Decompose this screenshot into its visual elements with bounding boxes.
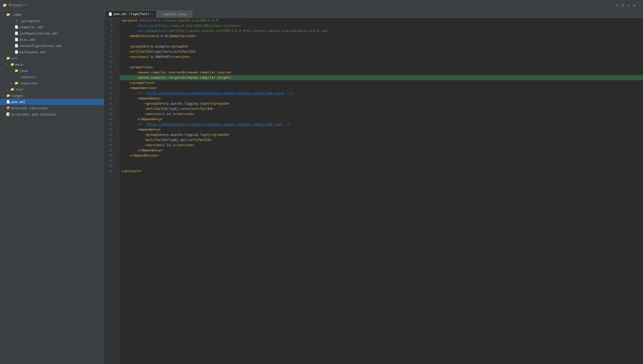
url-link[interactable]: https://mvnrepository.com/artifact/org.a… xyxy=(147,91,284,96)
xml-comment: --> xyxy=(282,122,290,127)
xml-text: 8 xyxy=(182,75,184,80)
expand-arrow: ▾ xyxy=(2,13,6,16)
sidebar-item-label: External Libraries xyxy=(11,106,48,110)
sidebar-item-label: .gitignore xyxy=(19,19,40,23)
code-line-13: <maven.compiler.target>8</maven.compiler… xyxy=(120,75,643,80)
sidebar-item-pomxml[interactable]: 📄 pom.xml xyxy=(0,99,104,105)
sidebar-item-extlibs[interactable]: ▸ 📦 External Libraries xyxy=(0,105,104,111)
tab-pomxml[interactable]: 📄 pom.xml (log4jTest) ✕ xyxy=(105,10,156,18)
sidebar-item-workspace[interactable]: 📄 workspace.xml xyxy=(0,49,104,55)
expand-arrow: ▾ xyxy=(10,69,15,72)
code-line-31: </project> xyxy=(120,168,643,174)
sidebar-item-target[interactable]: ▾ 📁 target xyxy=(0,92,104,99)
fold-icon xyxy=(114,33,120,39)
xml-text: = xyxy=(155,23,157,28)
code-area[interactable]: <project xmlns="http://maven.apache.org/… xyxy=(120,18,643,364)
tab-close-button[interactable]: ✕ xyxy=(188,13,189,16)
xml-tag: <artifactId> xyxy=(122,137,169,143)
line-number: 2 xyxy=(106,18,112,23)
sidebar-item-gitignore[interactable]: 🔸 .gitignore xyxy=(0,18,104,24)
sidebar-item-compiler-xml[interactable]: 📄 compiler.xml xyxy=(0,24,104,30)
line-number: 14 xyxy=(106,80,112,85)
xml-text: log4j-api xyxy=(169,137,186,143)
line-number: 11 xyxy=(106,65,112,70)
fold-icon xyxy=(114,39,120,44)
fold-fold-dep1[interactable]: ▾ xyxy=(114,96,120,101)
xml-text: 4.0.0 xyxy=(157,33,167,39)
gear-icon[interactable]: ⚙ xyxy=(633,3,635,7)
minus-icon[interactable]: − xyxy=(638,3,640,7)
code-line-19: <artifactId>log4j-core</artifactId> xyxy=(120,106,643,111)
line-number: 16 xyxy=(106,91,112,96)
tab-exploitjava[interactable]: ☕ exploit.java ✕ xyxy=(157,11,193,18)
line-number: 31 xyxy=(106,168,112,174)
xml-close-tag: </version> xyxy=(174,143,194,148)
sidebar-item-label: main xyxy=(15,63,23,66)
url-link[interactable]: https://mvnrepository.com/artifact/org.a… xyxy=(147,122,282,127)
sidebar-item-src[interactable]: ▾ 📁 src xyxy=(0,55,104,61)
java-folder-icon: 📁 xyxy=(15,69,18,72)
fold-fold-properties[interactable]: ▾ xyxy=(114,65,120,70)
circle-icon[interactable]: ⊕ xyxy=(616,3,618,7)
expand-arrow: ▾ xyxy=(2,57,6,60)
line-number: 12 xyxy=(106,70,112,75)
layout-icon[interactable]: ☰ xyxy=(621,3,625,7)
sidebar-item-label: target xyxy=(11,94,23,98)
sidebar-item-exploit[interactable]: ☕ exploit xyxy=(0,74,104,80)
tab-close-button[interactable]: ✕ xyxy=(151,12,153,16)
sidebar-item-idea[interactable]: ▾ 📁 .idea xyxy=(0,11,104,18)
fold-icon xyxy=(114,80,120,85)
xml-tag: <artifactId> xyxy=(122,49,153,54)
dropdown-arrow[interactable]: ▼ xyxy=(25,4,27,6)
project-tree[interactable]: ▾ 📁 .idea 🔸 .gitignore 📄 compiler.xml 📄 … xyxy=(0,10,104,364)
sidebar-item-resources[interactable]: ▸ 📁 resources xyxy=(0,80,104,86)
xml-tag: <artifactId> xyxy=(122,106,169,111)
sidebar-item-main[interactable]: ▾ 📁 main xyxy=(0,61,104,68)
line-number: 24 xyxy=(106,132,112,137)
fold-fold-dep2[interactable]: ▾ xyxy=(114,127,120,132)
fold-icon xyxy=(114,18,120,23)
line-number: 20 xyxy=(106,111,112,117)
fold-icon xyxy=(114,70,120,75)
code-line-29 xyxy=(120,158,643,163)
sidebar-item-test[interactable]: ▸ 📁 test xyxy=(0,86,104,92)
line-number: 13 xyxy=(106,75,112,80)
sidebar-item-scratches[interactable]: 📝 Scratches and Consoles xyxy=(0,111,104,117)
xml-text: 2.14.1 xyxy=(163,111,174,117)
line-number: 28 xyxy=(106,153,112,158)
editor-content[interactable]: 2 3 4 5 6 7 8 9 10 11 12 13 14 15 16 17 … xyxy=(104,18,643,364)
sidebar-item-label: src xyxy=(11,56,17,60)
sidebar-item-label: .idea xyxy=(11,13,21,17)
sidebar-item-label: java xyxy=(19,69,28,73)
code-line-5: <modelVersion>4.0.0</modelVersion> xyxy=(120,33,643,39)
code-line-8: <artifactId>log4jTest</artifactId> xyxy=(120,49,643,54)
code-line-23: <dependency> xyxy=(120,127,643,132)
xml-tag: </dependency> xyxy=(122,148,163,153)
xml-text: org.example xyxy=(147,44,169,49)
fold-icon xyxy=(114,23,120,28)
sidebar-item-jarrepo[interactable]: 📄 jarRepositories.xml xyxy=(0,30,104,36)
title-bar: 📁 Project ▼ ⊕ ☰ ⇌ ⚙ − xyxy=(0,0,643,10)
sidebar-item-misc[interactable]: 📄 misc.xml xyxy=(0,36,104,43)
code-line-12: <maven.compiler.source>8</maven.compiler… xyxy=(120,70,643,75)
xml-tag: </dependencies> xyxy=(122,153,159,158)
expand-arrow: ▸ xyxy=(6,88,10,91)
line-number: 9 xyxy=(106,54,112,59)
line-number: 25 xyxy=(106,137,112,143)
sidebar-item-runconfig[interactable]: 📄 runConfigurations.xml xyxy=(0,43,104,49)
xml-comment: --> xyxy=(284,91,292,96)
fold-fold-dependencies[interactable]: ▾ xyxy=(114,85,120,91)
split-icon[interactable]: ⇌ xyxy=(628,3,630,7)
xml-icon: 📄 xyxy=(15,25,18,29)
fold-icon xyxy=(114,111,120,117)
sidebar-item-java[interactable]: ▾ 📁 java xyxy=(0,68,104,74)
xml-text: 1.0-SNAPSHOT xyxy=(147,54,170,59)
xml-text: 2.14.1 xyxy=(163,143,174,148)
code-line-3: xmlns:xsi="http://www.w3.org/2001/XMLSch… xyxy=(120,23,643,28)
code-line-2: <project xmlns="http://maven.apache.org/… xyxy=(120,18,643,23)
xml-text: = xyxy=(149,18,151,23)
code-line-28: </dependencies> xyxy=(120,153,643,158)
xml-attr: xmlns xyxy=(139,18,149,23)
fold-icon xyxy=(114,163,120,168)
sidebar: ▾ 📁 .idea 🔸 .gitignore 📄 compiler.xml 📄 … xyxy=(0,10,104,364)
